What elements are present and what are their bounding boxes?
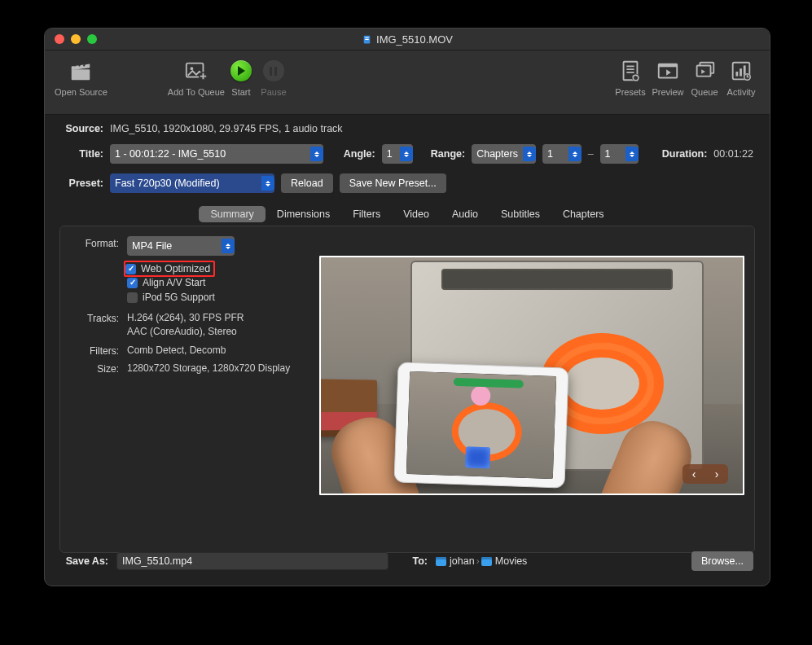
pause-icon: [263, 60, 284, 81]
tab-chapters[interactable]: Chapters: [551, 206, 616, 222]
tab-dimensions[interactable]: Dimensions: [266, 206, 341, 222]
chevron-updown-icon: [625, 147, 639, 161]
queue-icon: [692, 57, 717, 85]
queue-button[interactable]: Queue: [687, 57, 722, 97]
to-label: To:: [410, 555, 428, 567]
save-new-preset-button[interactable]: Save New Preset...: [340, 173, 446, 193]
tracks-label: Tracks:: [75, 311, 119, 324]
chevron-updown-icon: [310, 147, 323, 161]
folder-icon: [436, 557, 446, 566]
chevron-updown-icon: [261, 176, 274, 191]
config-area: Source: IMG_5510, 1920x1080, 29.9745 FPS…: [45, 115, 770, 206]
window-title-text: IMG_5510.MOV: [376, 33, 453, 46]
format-label: Format:: [75, 236, 119, 249]
align-av-label: Align A/V Start: [143, 277, 205, 288]
preset-select[interactable]: Fast 720p30 (Modified): [110, 173, 274, 193]
size-label: Size:: [75, 362, 119, 375]
size-value: 1280x720 Storage, 1280x720 Display: [127, 362, 290, 375]
tab-subtitles[interactable]: Subtitles: [489, 206, 551, 222]
title-label: Title:: [61, 148, 103, 160]
svg-rect-1: [365, 37, 368, 37]
title-select[interactable]: 1 - 00:01:22 - IMG_5510: [110, 144, 323, 164]
add-to-queue-button[interactable]: Add To Queue: [168, 57, 225, 97]
tab-summary[interactable]: Summary: [199, 206, 265, 222]
filters-label: Filters:: [75, 344, 119, 357]
tab-bar: Summary Dimensions Filters Video Audio S…: [59, 206, 755, 222]
destination-path[interactable]: johan › Movies: [436, 555, 527, 567]
preset-label: Preset:: [61, 178, 103, 189]
tab-filters[interactable]: Filters: [341, 206, 392, 222]
app-window: IMG_5510.MOV Open Source Add To Queue St…: [44, 28, 770, 586]
toolbar: Open Source Add To Queue Start Pause Pre…: [45, 50, 770, 115]
clapperboard-icon: [68, 57, 93, 85]
play-icon: [230, 60, 252, 81]
settings-column: Format: MP4 File Web Optimized Align A/V…: [75, 236, 303, 538]
range-start-select[interactable]: 1: [542, 144, 582, 164]
titlebar: IMG_5510.MOV: [45, 29, 770, 50]
summary-panel: Format: MP4 File Web Optimized Align A/V…: [59, 226, 755, 553]
chevron-updown-icon: [400, 147, 413, 161]
preview-column: ‹ ›: [319, 236, 744, 538]
preview-prev-icon[interactable]: ‹: [692, 467, 696, 480]
ipod-5g-label: iPod 5G Support: [143, 292, 215, 303]
preview-frame: ‹ ›: [319, 256, 744, 495]
image-plus-icon: [184, 57, 208, 85]
tab-audio[interactable]: Audio: [441, 206, 489, 222]
chevron-updown-icon: [222, 239, 235, 253]
filters-value: Comb Detect, Decomb: [127, 344, 226, 358]
chevron-updown-icon: [568, 147, 582, 161]
format-select[interactable]: MP4 File: [127, 236, 235, 256]
save-as-input[interactable]: IMG_5510.mp4: [116, 552, 388, 570]
chevron-updown-icon: [523, 147, 536, 161]
file-icon: [362, 34, 372, 45]
svg-rect-15: [735, 72, 738, 77]
preview-icon: [656, 57, 680, 85]
range-dash: –: [588, 148, 594, 160]
ipod-5g-checkbox[interactable]: [127, 292, 138, 303]
source-value: IMG_5510, 1920x1080, 29.9745 FPS, 1 audi…: [110, 123, 343, 134]
chevron-right-icon: ›: [476, 555, 480, 567]
save-as-label: Save As:: [61, 555, 108, 567]
reload-button[interactable]: Reload: [281, 173, 333, 193]
browse-button[interactable]: Browse...: [691, 551, 753, 571]
svg-rect-11: [659, 64, 678, 68]
presets-button[interactable]: Presets: [612, 57, 649, 97]
svg-rect-2: [365, 38, 368, 39]
web-optimized-highlight: Web Optimized: [124, 261, 215, 277]
duration-value: 00:01:22: [713, 148, 753, 160]
duration-label: Duration:: [662, 148, 708, 160]
svg-rect-3: [72, 69, 90, 80]
pause-button: Pause: [257, 57, 290, 97]
range-mode-select[interactable]: Chapters: [472, 144, 536, 164]
angle-select[interactable]: 1: [382, 144, 414, 164]
activity-button[interactable]: Activity: [722, 57, 760, 97]
web-optimized-checkbox[interactable]: [125, 264, 136, 274]
preview-button[interactable]: Preview: [649, 57, 687, 97]
range-end-select[interactable]: 1: [600, 144, 639, 164]
svg-rect-16: [740, 68, 742, 76]
tracks-value: H.264 (x264), 30 FPS PFR AAC (CoreAudio)…: [127, 311, 244, 339]
svg-point-5: [190, 67, 193, 70]
save-row: Save As: IMG_5510.mp4 To: johan › Movies…: [61, 551, 753, 571]
folder-icon: [481, 557, 492, 566]
preview-nav[interactable]: ‹ ›: [683, 464, 728, 484]
ipad-in-preview: [393, 362, 568, 488]
align-av-checkbox[interactable]: [127, 278, 138, 288]
activity-icon: [729, 57, 753, 85]
tab-video[interactable]: Video: [392, 206, 441, 222]
web-optimized-label: Web Optimized: [141, 263, 210, 274]
range-label: Range:: [431, 148, 465, 160]
preview-next-icon[interactable]: ›: [715, 467, 719, 480]
presets-icon: [618, 57, 643, 85]
angle-label: Angle:: [344, 148, 375, 160]
source-label: Source:: [61, 123, 103, 134]
open-source-button[interactable]: Open Source: [55, 57, 108, 97]
start-button[interactable]: Start: [225, 57, 257, 97]
window-title: IMG_5510.MOV: [45, 33, 770, 46]
